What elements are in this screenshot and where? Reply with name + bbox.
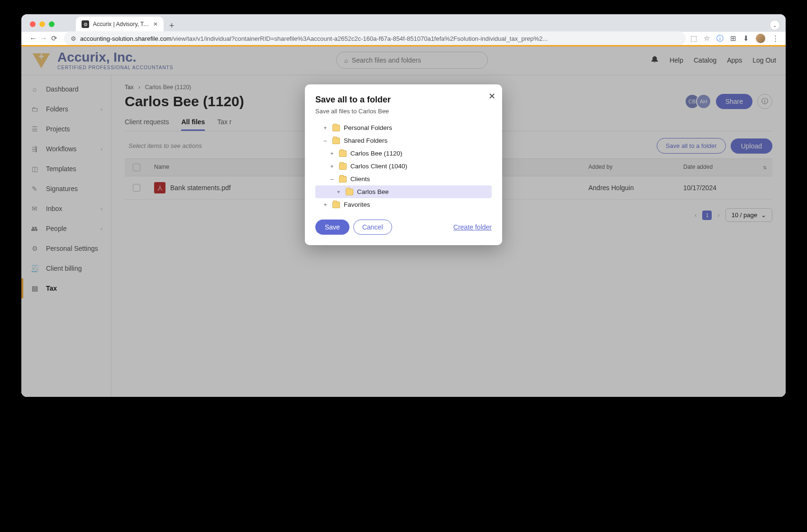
collapse-icon[interactable]: – — [329, 176, 335, 183]
address-bar[interactable]: ⚙ accounting-solution.sharefile.com/view… — [64, 31, 686, 46]
extensions-icon[interactable]: ⊞ — [730, 34, 736, 43]
modal-close-button[interactable]: ✕ — [488, 91, 495, 101]
tree-item-personal-folders[interactable]: +Personal Folders — [315, 121, 492, 134]
modal-subtitle: Save all files to Carlos Bee — [315, 108, 492, 115]
save-folder-modal: ✕ Save all to a folder Save all files to… — [305, 84, 502, 245]
tree-item-clients[interactable]: –Clients — [315, 173, 492, 185]
modal-title: Save all to a folder — [315, 95, 492, 105]
info-icon[interactable]: ⓘ — [716, 34, 724, 43]
modal-save-button[interactable]: Save — [315, 220, 349, 235]
site-settings-icon[interactable]: ⚙ — [71, 35, 76, 42]
folder-tree: +Personal Folders –Shared Folders +Carlo… — [315, 121, 492, 211]
tree-item-carlos-client-1040[interactable]: +Carlos Client (1040) — [315, 160, 492, 173]
browser-back-button[interactable]: ← — [28, 34, 38, 43]
folder-icon — [346, 189, 353, 195]
expand-icon[interactable]: + — [322, 125, 329, 131]
expand-icon[interactable]: + — [335, 189, 342, 195]
tree-item-favorites[interactable]: +Favorites — [315, 198, 492, 211]
expand-icon[interactable]: + — [322, 202, 329, 208]
bookmark-icon[interactable]: ☆ — [704, 34, 710, 43]
modal-overlay[interactable]: ✕ Save all to a folder Save all files to… — [21, 46, 786, 397]
browser-tab[interactable]: ⚙ Accurix | Advisory, Tax, and A ✕ — [76, 17, 164, 32]
browser-chrome: ⚙ Accurix | Advisory, Tax, and A ✕ + ⌄ ←… — [21, 14, 786, 45]
create-folder-link[interactable]: Create folder — [453, 223, 492, 231]
downloads-icon[interactable]: ⬇ — [743, 34, 749, 43]
tab-favicon-icon: ⚙ — [82, 20, 89, 28]
expand-icon[interactable]: + — [329, 150, 335, 157]
tree-item-carlos-bee-1120[interactable]: +Carlos Bee (1120) — [315, 147, 492, 160]
folder-icon — [339, 150, 347, 157]
install-app-icon[interactable]: ⬚ — [690, 34, 697, 43]
browser-reload-button[interactable]: ⟳ — [49, 34, 59, 43]
folder-icon — [339, 176, 347, 183]
profile-avatar-icon[interactable] — [756, 34, 765, 43]
url-host: accounting-solution.sharefile.com — [80, 35, 172, 42]
url-path: /view/tax/v1/individual?containerRID=sha… — [172, 35, 548, 42]
collapse-icon[interactable]: – — [322, 138, 329, 144]
browser-forward-button[interactable]: → — [38, 34, 49, 43]
window-close-icon[interactable] — [30, 21, 36, 27]
tab-close-icon[interactable]: ✕ — [153, 21, 158, 28]
new-tab-button[interactable]: + — [169, 21, 174, 31]
folder-icon — [339, 163, 347, 170]
window-minimize-icon[interactable] — [39, 21, 45, 27]
folder-icon — [332, 125, 340, 131]
tree-item-shared-folders[interactable]: –Shared Folders — [315, 134, 492, 147]
modal-cancel-button[interactable]: Cancel — [353, 220, 392, 235]
tabs-overflow-icon[interactable]: ⌄ — [770, 20, 780, 30]
window-maximize-icon[interactable] — [49, 21, 55, 27]
folder-icon — [332, 138, 340, 144]
folder-icon — [332, 202, 340, 208]
browser-menu-icon[interactable]: ⋮ — [772, 34, 779, 43]
expand-icon[interactable]: + — [329, 163, 335, 170]
tree-item-carlos-bee[interactable]: +Carlos Bee — [315, 185, 492, 198]
tab-title: Accurix | Advisory, Tax, and A — [93, 21, 149, 28]
